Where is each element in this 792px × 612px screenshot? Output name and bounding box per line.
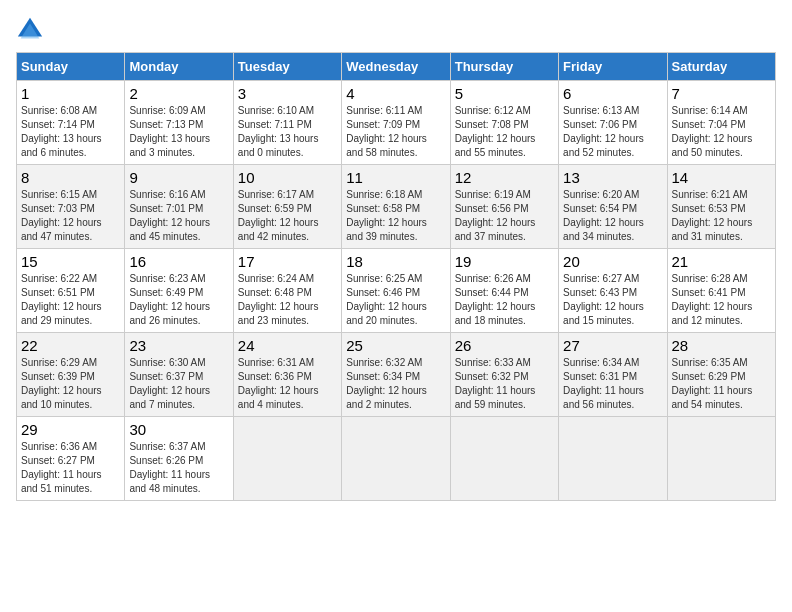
day-cell: 2Sunrise: 6:09 AM Sunset: 7:13 PM Daylig… [125,81,233,165]
day-number: 19 [455,253,554,270]
calendar-table: SundayMondayTuesdayWednesdayThursdayFrid… [16,52,776,501]
day-info: Sunrise: 6:20 AM Sunset: 6:54 PM Dayligh… [563,188,662,244]
day-number: 2 [129,85,228,102]
day-number: 5 [455,85,554,102]
day-cell: 4Sunrise: 6:11 AM Sunset: 7:09 PM Daylig… [342,81,450,165]
col-header-saturday: Saturday [667,53,775,81]
day-info: Sunrise: 6:36 AM Sunset: 6:27 PM Dayligh… [21,440,120,496]
col-header-thursday: Thursday [450,53,558,81]
day-info: Sunrise: 6:34 AM Sunset: 6:31 PM Dayligh… [563,356,662,412]
day-cell: 3Sunrise: 6:10 AM Sunset: 7:11 PM Daylig… [233,81,341,165]
page-header [16,16,776,44]
day-info: Sunrise: 6:26 AM Sunset: 6:44 PM Dayligh… [455,272,554,328]
day-number: 9 [129,169,228,186]
week-row-3: 15Sunrise: 6:22 AM Sunset: 6:51 PM Dayli… [17,249,776,333]
day-cell: 19Sunrise: 6:26 AM Sunset: 6:44 PM Dayli… [450,249,558,333]
logo-icon [16,16,44,44]
day-info: Sunrise: 6:17 AM Sunset: 6:59 PM Dayligh… [238,188,337,244]
day-cell: 14Sunrise: 6:21 AM Sunset: 6:53 PM Dayli… [667,165,775,249]
day-cell [667,417,775,501]
day-cell: 18Sunrise: 6:25 AM Sunset: 6:46 PM Dayli… [342,249,450,333]
day-cell [559,417,667,501]
day-info: Sunrise: 6:10 AM Sunset: 7:11 PM Dayligh… [238,104,337,160]
day-cell: 1Sunrise: 6:08 AM Sunset: 7:14 PM Daylig… [17,81,125,165]
day-cell: 10Sunrise: 6:17 AM Sunset: 6:59 PM Dayli… [233,165,341,249]
day-info: Sunrise: 6:14 AM Sunset: 7:04 PM Dayligh… [672,104,771,160]
day-info: Sunrise: 6:32 AM Sunset: 6:34 PM Dayligh… [346,356,445,412]
day-info: Sunrise: 6:25 AM Sunset: 6:46 PM Dayligh… [346,272,445,328]
col-header-monday: Monday [125,53,233,81]
day-number: 3 [238,85,337,102]
week-row-2: 8Sunrise: 6:15 AM Sunset: 7:03 PM Daylig… [17,165,776,249]
day-cell: 6Sunrise: 6:13 AM Sunset: 7:06 PM Daylig… [559,81,667,165]
day-info: Sunrise: 6:23 AM Sunset: 6:49 PM Dayligh… [129,272,228,328]
day-number: 26 [455,337,554,354]
day-info: Sunrise: 6:31 AM Sunset: 6:36 PM Dayligh… [238,356,337,412]
day-number: 14 [672,169,771,186]
day-cell: 23Sunrise: 6:30 AM Sunset: 6:37 PM Dayli… [125,333,233,417]
day-info: Sunrise: 6:08 AM Sunset: 7:14 PM Dayligh… [21,104,120,160]
day-info: Sunrise: 6:35 AM Sunset: 6:29 PM Dayligh… [672,356,771,412]
day-info: Sunrise: 6:29 AM Sunset: 6:39 PM Dayligh… [21,356,120,412]
day-info: Sunrise: 6:15 AM Sunset: 7:03 PM Dayligh… [21,188,120,244]
day-info: Sunrise: 6:13 AM Sunset: 7:06 PM Dayligh… [563,104,662,160]
day-cell: 27Sunrise: 6:34 AM Sunset: 6:31 PM Dayli… [559,333,667,417]
day-cell: 24Sunrise: 6:31 AM Sunset: 6:36 PM Dayli… [233,333,341,417]
day-info: Sunrise: 6:12 AM Sunset: 7:08 PM Dayligh… [455,104,554,160]
col-header-friday: Friday [559,53,667,81]
day-cell: 5Sunrise: 6:12 AM Sunset: 7:08 PM Daylig… [450,81,558,165]
calendar-header-row: SundayMondayTuesdayWednesdayThursdayFrid… [17,53,776,81]
day-info: Sunrise: 6:09 AM Sunset: 7:13 PM Dayligh… [129,104,228,160]
day-cell: 8Sunrise: 6:15 AM Sunset: 7:03 PM Daylig… [17,165,125,249]
day-number: 25 [346,337,445,354]
day-cell: 22Sunrise: 6:29 AM Sunset: 6:39 PM Dayli… [17,333,125,417]
day-number: 22 [21,337,120,354]
day-cell: 30Sunrise: 6:37 AM Sunset: 6:26 PM Dayli… [125,417,233,501]
day-info: Sunrise: 6:22 AM Sunset: 6:51 PM Dayligh… [21,272,120,328]
day-number: 1 [21,85,120,102]
day-cell: 11Sunrise: 6:18 AM Sunset: 6:58 PM Dayli… [342,165,450,249]
day-number: 15 [21,253,120,270]
day-cell: 17Sunrise: 6:24 AM Sunset: 6:48 PM Dayli… [233,249,341,333]
day-info: Sunrise: 6:18 AM Sunset: 6:58 PM Dayligh… [346,188,445,244]
day-cell: 7Sunrise: 6:14 AM Sunset: 7:04 PM Daylig… [667,81,775,165]
day-cell: 16Sunrise: 6:23 AM Sunset: 6:49 PM Dayli… [125,249,233,333]
day-cell: 20Sunrise: 6:27 AM Sunset: 6:43 PM Dayli… [559,249,667,333]
col-header-sunday: Sunday [17,53,125,81]
day-cell: 15Sunrise: 6:22 AM Sunset: 6:51 PM Dayli… [17,249,125,333]
col-header-wednesday: Wednesday [342,53,450,81]
day-cell: 9Sunrise: 6:16 AM Sunset: 7:01 PM Daylig… [125,165,233,249]
day-cell: 21Sunrise: 6:28 AM Sunset: 6:41 PM Dayli… [667,249,775,333]
day-number: 27 [563,337,662,354]
day-info: Sunrise: 6:37 AM Sunset: 6:26 PM Dayligh… [129,440,228,496]
day-number: 6 [563,85,662,102]
day-number: 10 [238,169,337,186]
day-info: Sunrise: 6:28 AM Sunset: 6:41 PM Dayligh… [672,272,771,328]
day-info: Sunrise: 6:11 AM Sunset: 7:09 PM Dayligh… [346,104,445,160]
day-info: Sunrise: 6:21 AM Sunset: 6:53 PM Dayligh… [672,188,771,244]
week-row-4: 22Sunrise: 6:29 AM Sunset: 6:39 PM Dayli… [17,333,776,417]
week-row-1: 1Sunrise: 6:08 AM Sunset: 7:14 PM Daylig… [17,81,776,165]
day-cell: 25Sunrise: 6:32 AM Sunset: 6:34 PM Dayli… [342,333,450,417]
logo [16,16,48,44]
day-number: 16 [129,253,228,270]
day-info: Sunrise: 6:16 AM Sunset: 7:01 PM Dayligh… [129,188,228,244]
day-cell: 13Sunrise: 6:20 AM Sunset: 6:54 PM Dayli… [559,165,667,249]
col-header-tuesday: Tuesday [233,53,341,81]
day-info: Sunrise: 6:24 AM Sunset: 6:48 PM Dayligh… [238,272,337,328]
day-number: 7 [672,85,771,102]
day-cell [233,417,341,501]
day-number: 11 [346,169,445,186]
day-cell: 28Sunrise: 6:35 AM Sunset: 6:29 PM Dayli… [667,333,775,417]
day-number: 4 [346,85,445,102]
day-number: 20 [563,253,662,270]
day-number: 17 [238,253,337,270]
day-number: 12 [455,169,554,186]
day-cell: 26Sunrise: 6:33 AM Sunset: 6:32 PM Dayli… [450,333,558,417]
day-number: 13 [563,169,662,186]
day-cell [450,417,558,501]
day-number: 18 [346,253,445,270]
day-number: 29 [21,421,120,438]
day-number: 23 [129,337,228,354]
day-number: 30 [129,421,228,438]
